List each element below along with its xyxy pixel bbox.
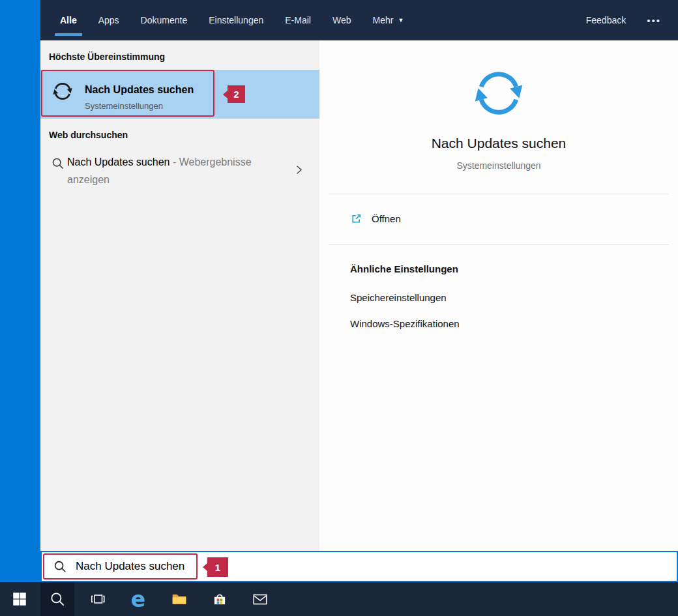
tab-web[interactable]: Web [332, 0, 351, 40]
sync-icon [51, 80, 74, 103]
search-icon [51, 156, 65, 170]
open-action[interactable]: Öffnen [350, 213, 401, 225]
tab-email[interactable]: E-Mail [285, 0, 311, 40]
windows-logo-icon [11, 591, 28, 608]
related-settings-header: Ähnliche Einstellungen [350, 263, 458, 274]
related-setting-specs[interactable]: Windows-Spezifikationen [350, 318, 460, 329]
chevron-right-icon[interactable] [293, 164, 304, 175]
file-explorer-button[interactable] [165, 585, 194, 613]
sync-icon-large [469, 64, 528, 123]
search-filter-header: Alle Apps Dokumente Einstellungen E-Mail… [40, 0, 678, 40]
tab-dokumente[interactable]: Dokumente [141, 0, 188, 40]
more-options-icon[interactable]: ••• [647, 15, 661, 26]
search-bar[interactable] [40, 551, 678, 582]
results-pane: Höchste Übereinstimmung Nach Updates suc… [40, 40, 319, 551]
preview-subtitle: Systemeinstellungen [319, 160, 678, 171]
search-icon [53, 559, 67, 574]
task-view-icon [89, 591, 106, 608]
web-result-title: Nach Updates suchen [67, 156, 170, 168]
search-icon [49, 591, 66, 608]
start-button[interactable] [5, 585, 34, 613]
annotation-badge-1: 1 [207, 557, 228, 577]
web-section-header: Web durchsuchen [49, 130, 128, 140]
open-external-icon [350, 213, 362, 225]
folder-icon [171, 591, 188, 608]
web-result-text: Nach Updates suchen - Webergebnisse anze… [67, 153, 278, 188]
search-input[interactable] [76, 560, 219, 573]
tab-apps[interactable]: Apps [98, 0, 119, 40]
best-match-header: Höchste Übereinstimmung [49, 51, 165, 62]
web-search-result[interactable]: Nach Updates suchen - Webergebnisse anze… [40, 149, 319, 199]
best-match-title: Nach Updates suchen [85, 84, 194, 96]
caret-down-icon: ▼ [398, 17, 404, 23]
annotation-badge-2: 2 [228, 85, 245, 103]
edge-browser-button[interactable]: e [124, 585, 153, 613]
tab-mehr[interactable]: Mehr ▼ [372, 0, 404, 40]
desktop-background-strip [0, 0, 40, 582]
taskbar-search-button[interactable] [40, 582, 74, 616]
tab-mehr-label: Mehr [372, 15, 393, 25]
tab-alle[interactable]: Alle [60, 0, 77, 40]
preview-pane: Nach Updates suchen Systemeinstellungen … [319, 40, 678, 551]
preview-title: Nach Updates suchen [319, 136, 678, 151]
open-label: Öffnen [372, 213, 401, 224]
windows-search-screen: Alle Apps Dokumente Einstellungen E-Mail… [0, 0, 678, 616]
edge-icon: e [131, 589, 145, 610]
search-flyout-window: Alle Apps Dokumente Einstellungen E-Mail… [40, 0, 678, 582]
best-match-result[interactable]: Nach Updates suchen Systemeinstellungen [40, 70, 319, 119]
microsoft-store-button[interactable] [205, 585, 234, 613]
divider [329, 244, 669, 245]
store-bag-icon [211, 591, 228, 608]
task-view-button[interactable] [83, 585, 112, 613]
mail-envelope-icon [252, 591, 269, 608]
best-match-subtitle: Systemeinstellungen [85, 101, 163, 111]
mail-button[interactable] [246, 585, 274, 613]
divider [329, 194, 669, 194]
feedback-button[interactable]: Feedback [586, 15, 626, 25]
tab-einstellungen[interactable]: Einstellungen [209, 0, 263, 40]
related-setting-storage[interactable]: Speichereinstellungen [350, 292, 447, 303]
taskbar: e [0, 582, 678, 616]
